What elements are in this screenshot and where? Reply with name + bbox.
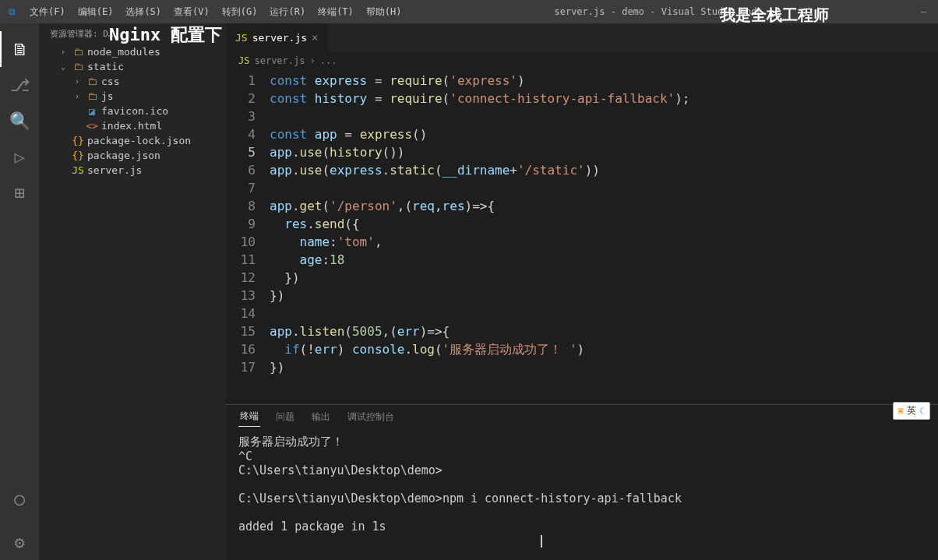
- line-number: 4: [226, 125, 256, 143]
- breadcrumb[interactable]: JS server.js › ...: [226, 51, 938, 70]
- menu-bar: 文件(F)编辑(E)选择(S)查看(V)转到(G)运行(R)终端(T)帮助(H): [23, 5, 408, 19]
- ime-lang: 英: [907, 404, 916, 417]
- code-content[interactable]: const express = require('express')const …: [270, 72, 938, 404]
- code-line[interactable]: const history = require('connect-history…: [270, 90, 938, 107]
- folder-icon: 🗀: [86, 90, 98, 102]
- ime-mode-icon: ☾: [919, 406, 925, 417]
- code-line[interactable]: const app = express(): [270, 125, 938, 143]
- menu-item[interactable]: 帮助(H): [360, 5, 408, 19]
- breadcrumb-rest: ...: [320, 55, 337, 66]
- tree-label: css: [101, 76, 119, 87]
- line-number: 15: [226, 322, 256, 340]
- tab-label: server.js: [252, 32, 307, 44]
- search-icon[interactable]: 🔍: [0, 103, 39, 139]
- line-number: 10: [226, 233, 256, 251]
- line-gutter: 1234567891011121314151617: [226, 72, 270, 404]
- line-number: 12: [226, 269, 256, 287]
- chevron-icon: ›: [72, 92, 83, 100]
- terminal-cursor: [541, 535, 542, 548]
- code-line[interactable]: }): [270, 287, 938, 305]
- file-html-icon: <>: [86, 120, 98, 132]
- tree-item[interactable]: {}package.json: [39, 148, 226, 163]
- folder-icon: 🗀: [86, 76, 98, 87]
- tree-item[interactable]: {}package-lock.json: [39, 133, 226, 148]
- tree-item[interactable]: ›🗀js: [39, 89, 226, 104]
- tree-label: package-lock.json: [87, 135, 191, 146]
- chevron-icon: ›: [58, 48, 69, 56]
- code-line[interactable]: [270, 179, 938, 197]
- panel-tabs: 终端问题输出调试控制台: [226, 405, 938, 428]
- line-number: 7: [226, 179, 256, 197]
- close-icon[interactable]: ×: [312, 31, 318, 44]
- account-icon[interactable]: ◯: [0, 481, 39, 516]
- chevron-icon: ›: [72, 77, 83, 86]
- code-line[interactable]: if(!err) console.log('服务器启动成功了！ '): [270, 340, 938, 358]
- menu-item[interactable]: 选择(S): [119, 5, 168, 19]
- tree-item[interactable]: <>index.html: [39, 118, 226, 133]
- menu-item[interactable]: 查看(V): [168, 5, 216, 19]
- tree-label: package.json: [87, 150, 160, 161]
- code-line[interactable]: res.send({: [270, 215, 938, 233]
- explorer-icon[interactable]: 🗎: [0, 31, 39, 67]
- code-line[interactable]: }): [270, 269, 938, 287]
- line-number: 8: [226, 197, 256, 215]
- line-number: 1: [226, 72, 256, 90]
- bottom-panel: 终端问题输出调试控制台 服务器启动成功了！ ^C C:\Users\tianyu…: [226, 404, 938, 560]
- code-line[interactable]: name:'tom',: [270, 233, 938, 251]
- run-debug-icon[interactable]: ▷: [0, 139, 39, 174]
- panel-tab[interactable]: 问题: [274, 407, 296, 427]
- code-line[interactable]: app.use(history()): [270, 143, 938, 161]
- tree-label: static: [87, 61, 124, 72]
- extensions-icon[interactable]: ⊞: [0, 174, 39, 210]
- code-line[interactable]: [270, 107, 938, 125]
- vscode-icon: ⧉: [0, 6, 23, 17]
- tree-item[interactable]: JSserver.js: [39, 163, 226, 178]
- overlay-caption-right: 我是全栈工程师: [720, 5, 829, 26]
- code-line[interactable]: age:18: [270, 251, 938, 269]
- line-number: 9: [226, 215, 256, 233]
- overlay-caption-left: Nginx 配置下: [109, 23, 222, 47]
- js-file-icon: JS: [238, 55, 249, 66]
- menu-item[interactable]: 运行(R): [263, 5, 312, 19]
- settings-gear-icon[interactable]: ⚙: [0, 524, 39, 560]
- file-json-icon: {}: [72, 135, 84, 146]
- js-file-icon: JS: [235, 32, 248, 44]
- menu-item[interactable]: 终端(T): [312, 5, 360, 19]
- window-controls: —: [909, 6, 938, 17]
- minimize-button[interactable]: —: [921, 6, 926, 17]
- tree-item[interactable]: ›🗀css: [39, 74, 226, 89]
- line-number: 17: [226, 358, 256, 376]
- folder-icon: 🗀: [72, 61, 84, 72]
- panel-tab[interactable]: 终端: [238, 407, 260, 427]
- menu-item[interactable]: 编辑(E): [72, 5, 120, 19]
- line-number: 6: [226, 161, 256, 179]
- code-editor[interactable]: 1234567891011121314151617 const express …: [226, 70, 938, 404]
- code-line[interactable]: app.listen(5005,(err)=>{: [270, 322, 938, 340]
- code-line[interactable]: app.use(express.static(__dirname+'/stati…: [270, 161, 938, 179]
- activity-bar: 🗎 ⎇ 🔍 ▷ ⊞ ◯ ⚙: [0, 23, 39, 560]
- line-number: 3: [226, 107, 256, 125]
- tab-bar: JSserver.js×: [226, 23, 938, 51]
- menu-item[interactable]: 文件(F): [23, 5, 72, 19]
- code-line[interactable]: const express = require('express'): [270, 72, 938, 90]
- tree-label: node_modules: [87, 46, 160, 58]
- panel-tab[interactable]: 输出: [310, 407, 332, 427]
- terminal-output[interactable]: 服务器启动成功了！ ^C C:\Users\tianyu\Desktop\dem…: [226, 428, 938, 560]
- tree-item[interactable]: ◪favicon.ico: [39, 104, 226, 118]
- tree-label: server.js: [87, 164, 142, 176]
- line-number: 14: [226, 305, 256, 322]
- code-line[interactable]: app.get('/person',(req,res)=>{: [270, 197, 938, 215]
- tree-item[interactable]: ⌄🗀static: [39, 59, 226, 74]
- source-control-icon[interactable]: ⎇: [0, 67, 39, 103]
- ime-indicator[interactable]: ⌘ 英 ☾: [893, 402, 930, 420]
- menu-item[interactable]: 转到(G): [216, 5, 264, 19]
- panel-tab[interactable]: 调试控制台: [346, 407, 396, 427]
- editor-tab[interactable]: JSserver.js×: [226, 23, 328, 51]
- code-line[interactable]: [270, 305, 938, 322]
- editor-area: JSserver.js× JS server.js › ... 12345678…: [226, 23, 938, 560]
- tree-label: js: [101, 90, 114, 102]
- file-js-icon: JS: [72, 164, 84, 176]
- code-line[interactable]: }): [270, 358, 938, 376]
- ime-logo-icon: ⌘: [898, 406, 904, 417]
- window-title: server.js - demo - Visual Studio Code: [408, 6, 909, 17]
